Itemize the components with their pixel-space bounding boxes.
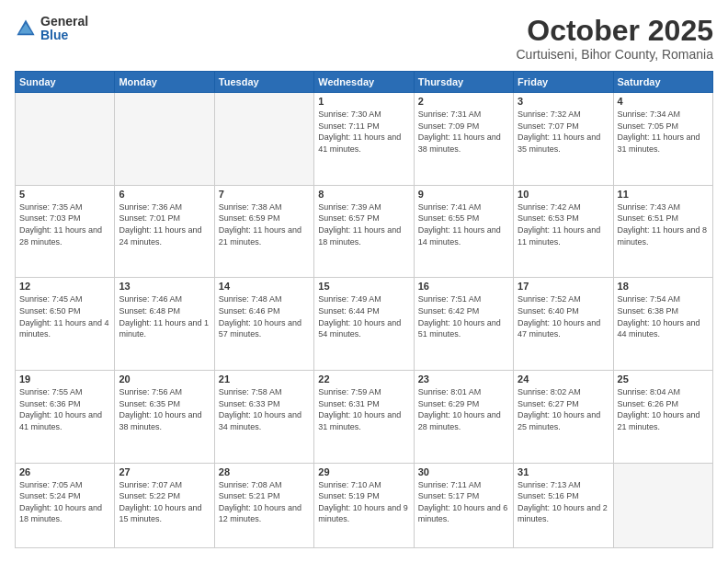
day-number: 9 xyxy=(418,189,509,200)
day-info: Sunrise: 7:46 AM Sunset: 6:48 PM Dayligh… xyxy=(119,293,210,339)
week-row-5: 26Sunrise: 7:05 AM Sunset: 5:24 PM Dayli… xyxy=(16,463,713,547)
day-number: 29 xyxy=(318,466,409,477)
calendar-cell-w3-d0: 12Sunrise: 7:45 AM Sunset: 6:50 PM Dayli… xyxy=(16,278,115,371)
day-number: 5 xyxy=(19,189,110,200)
day-info: Sunrise: 7:08 AM Sunset: 5:21 PM Dayligh… xyxy=(219,479,310,525)
header-tuesday: Tuesday xyxy=(214,72,313,93)
calendar-cell-w3-d5: 17Sunrise: 7:52 AM Sunset: 6:40 PM Dayli… xyxy=(514,278,613,371)
header: General Blue October 2025 Curtuiseni, Bi… xyxy=(15,15,713,62)
day-number: 18 xyxy=(618,281,709,292)
logo-general-label: General xyxy=(40,15,88,29)
day-info: Sunrise: 7:32 AM Sunset: 7:07 PM Dayligh… xyxy=(518,109,609,155)
day-info: Sunrise: 7:10 AM Sunset: 5:19 PM Dayligh… xyxy=(318,479,409,525)
calendar-cell-w4-d3: 22Sunrise: 7:59 AM Sunset: 6:31 PM Dayli… xyxy=(314,371,414,464)
calendar-cell-w3-d4: 16Sunrise: 7:51 AM Sunset: 6:42 PM Dayli… xyxy=(414,278,513,371)
day-info: Sunrise: 8:02 AM Sunset: 6:27 PM Dayligh… xyxy=(518,386,609,432)
day-info: Sunrise: 7:49 AM Sunset: 6:44 PM Dayligh… xyxy=(318,293,409,339)
logo-blue-label: Blue xyxy=(40,29,88,42)
day-number: 27 xyxy=(119,466,210,477)
day-info: Sunrise: 7:43 AM Sunset: 6:51 PM Dayligh… xyxy=(618,201,709,247)
calendar-cell-w4-d5: 24Sunrise: 8:02 AM Sunset: 6:27 PM Dayli… xyxy=(514,371,613,464)
day-number: 24 xyxy=(518,373,609,385)
calendar-table: Sunday Monday Tuesday Wednesday Thursday… xyxy=(15,71,713,548)
day-info: Sunrise: 7:48 AM Sunset: 6:46 PM Dayligh… xyxy=(219,293,310,339)
calendar-cell-w5-d6 xyxy=(613,463,712,547)
day-info: Sunrise: 7:45 AM Sunset: 6:50 PM Dayligh… xyxy=(19,293,110,339)
header-saturday: Saturday xyxy=(613,72,712,93)
calendar-cell-w5-d2: 28Sunrise: 7:08 AM Sunset: 5:21 PM Dayli… xyxy=(214,463,313,547)
calendar-cell-w1-d0 xyxy=(16,93,115,186)
header-sunday: Sunday xyxy=(16,72,115,93)
day-info: Sunrise: 7:11 AM Sunset: 5:17 PM Dayligh… xyxy=(418,479,509,525)
day-number: 25 xyxy=(618,373,709,385)
day-info: Sunrise: 7:35 AM Sunset: 7:03 PM Dayligh… xyxy=(19,201,110,247)
day-number: 4 xyxy=(618,96,709,107)
calendar-cell-w1-d3: 1Sunrise: 7:30 AM Sunset: 7:11 PM Daylig… xyxy=(314,93,414,186)
day-info: Sunrise: 7:36 AM Sunset: 7:01 PM Dayligh… xyxy=(119,201,210,247)
day-info: Sunrise: 7:42 AM Sunset: 6:53 PM Dayligh… xyxy=(518,201,609,247)
day-info: Sunrise: 7:51 AM Sunset: 6:42 PM Dayligh… xyxy=(418,293,509,339)
calendar-cell-w2-d5: 10Sunrise: 7:42 AM Sunset: 6:53 PM Dayli… xyxy=(514,185,613,278)
day-number: 31 xyxy=(518,466,609,477)
calendar-cell-w3-d1: 13Sunrise: 7:46 AM Sunset: 6:48 PM Dayli… xyxy=(115,278,214,371)
calendar-cell-w5-d1: 27Sunrise: 7:07 AM Sunset: 5:22 PM Dayli… xyxy=(115,463,214,547)
day-info: Sunrise: 7:59 AM Sunset: 6:31 PM Dayligh… xyxy=(318,386,409,432)
header-monday: Monday xyxy=(115,72,214,93)
calendar-cell-w4-d6: 25Sunrise: 8:04 AM Sunset: 6:26 PM Dayli… xyxy=(613,371,712,464)
header-wednesday: Wednesday xyxy=(314,72,414,93)
calendar-cell-w5-d0: 26Sunrise: 7:05 AM Sunset: 5:24 PM Dayli… xyxy=(16,463,115,547)
day-info: Sunrise: 7:41 AM Sunset: 6:55 PM Dayligh… xyxy=(418,201,509,247)
page: General Blue October 2025 Curtuiseni, Bi… xyxy=(0,0,728,563)
week-row-4: 19Sunrise: 7:55 AM Sunset: 6:36 PM Dayli… xyxy=(16,371,713,464)
day-info: Sunrise: 7:07 AM Sunset: 5:22 PM Dayligh… xyxy=(119,479,210,525)
header-thursday: Thursday xyxy=(414,72,513,93)
day-number: 28 xyxy=(219,466,310,477)
calendar-cell-w3-d3: 15Sunrise: 7:49 AM Sunset: 6:44 PM Dayli… xyxy=(314,278,414,371)
day-info: Sunrise: 7:34 AM Sunset: 7:05 PM Dayligh… xyxy=(618,109,709,155)
day-number: 17 xyxy=(518,281,609,292)
day-info: Sunrise: 8:01 AM Sunset: 6:29 PM Dayligh… xyxy=(418,386,509,432)
day-number: 6 xyxy=(119,189,210,200)
calendar-cell-w2-d1: 6Sunrise: 7:36 AM Sunset: 7:01 PM Daylig… xyxy=(115,185,214,278)
day-info: Sunrise: 7:05 AM Sunset: 5:24 PM Dayligh… xyxy=(19,479,110,525)
day-info: Sunrise: 7:30 AM Sunset: 7:11 PM Dayligh… xyxy=(318,109,409,155)
day-number: 1 xyxy=(318,96,409,107)
weekday-header-row: Sunday Monday Tuesday Wednesday Thursday… xyxy=(16,72,713,93)
day-number: 2 xyxy=(418,96,509,107)
day-number: 20 xyxy=(119,373,210,385)
day-number: 12 xyxy=(19,281,110,292)
calendar-cell-w1-d2 xyxy=(214,93,313,186)
day-number: 7 xyxy=(219,189,310,200)
calendar-cell-w4-d4: 23Sunrise: 8:01 AM Sunset: 6:29 PM Dayli… xyxy=(414,371,513,464)
day-number: 22 xyxy=(318,373,409,385)
calendar-cell-w1-d6: 4Sunrise: 7:34 AM Sunset: 7:05 PM Daylig… xyxy=(613,93,712,186)
calendar-cell-w1-d1 xyxy=(115,93,214,186)
day-number: 8 xyxy=(318,189,409,200)
day-info: Sunrise: 7:55 AM Sunset: 6:36 PM Dayligh… xyxy=(19,386,110,432)
calendar-cell-w2-d0: 5Sunrise: 7:35 AM Sunset: 7:03 PM Daylig… xyxy=(16,185,115,278)
day-number: 13 xyxy=(119,281,210,292)
day-number: 16 xyxy=(418,281,509,292)
day-number: 26 xyxy=(19,466,110,477)
title-area: October 2025 Curtuiseni, Bihor County, R… xyxy=(516,15,713,62)
day-number: 15 xyxy=(318,281,409,292)
calendar-cell-w2-d3: 8Sunrise: 7:39 AM Sunset: 6:57 PM Daylig… xyxy=(314,185,414,278)
day-info: Sunrise: 7:31 AM Sunset: 7:09 PM Dayligh… xyxy=(418,109,509,155)
logo-icon xyxy=(15,17,37,40)
day-number: 19 xyxy=(19,373,110,385)
location-subtitle: Curtuiseni, Bihor County, Romania xyxy=(516,47,713,62)
day-info: Sunrise: 7:56 AM Sunset: 6:35 PM Dayligh… xyxy=(119,386,210,432)
calendar-cell-w5-d5: 31Sunrise: 7:13 AM Sunset: 5:16 PM Dayli… xyxy=(514,463,613,547)
month-title: October 2025 xyxy=(516,15,713,47)
calendar-cell-w2-d4: 9Sunrise: 7:41 AM Sunset: 6:55 PM Daylig… xyxy=(414,185,513,278)
day-number: 11 xyxy=(618,189,709,200)
day-info: Sunrise: 7:13 AM Sunset: 5:16 PM Dayligh… xyxy=(518,479,609,525)
logo: General Blue xyxy=(15,15,88,43)
day-number: 30 xyxy=(418,466,509,477)
logo-text: General Blue xyxy=(40,15,88,43)
calendar-cell-w3-d6: 18Sunrise: 7:54 AM Sunset: 6:38 PM Dayli… xyxy=(613,278,712,371)
calendar-cell-w1-d5: 3Sunrise: 7:32 AM Sunset: 7:07 PM Daylig… xyxy=(514,93,613,186)
calendar-cell-w2-d6: 11Sunrise: 7:43 AM Sunset: 6:51 PM Dayli… xyxy=(613,185,712,278)
calendar-cell-w2-d2: 7Sunrise: 7:38 AM Sunset: 6:59 PM Daylig… xyxy=(214,185,313,278)
week-row-3: 12Sunrise: 7:45 AM Sunset: 6:50 PM Dayli… xyxy=(16,278,713,371)
